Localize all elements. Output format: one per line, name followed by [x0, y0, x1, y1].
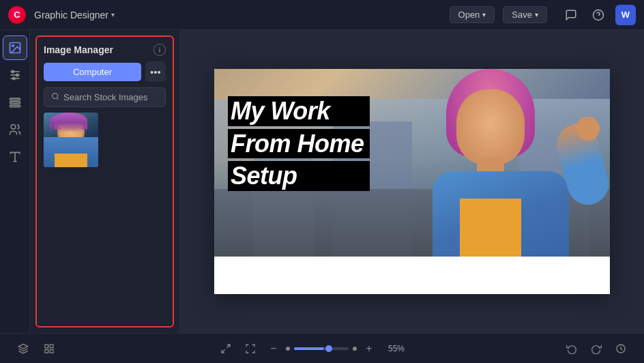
sidebar-item-images[interactable] [3, 35, 27, 60]
image-thumbnail[interactable] [44, 113, 98, 167]
design-canvas: My Work From Home Setup [214, 69, 610, 294]
help-icon-button[interactable] [588, 5, 609, 25]
svg-rect-11 [10, 102, 20, 104]
svg-point-8 [16, 74, 18, 76]
zoom-out-button[interactable]: − [265, 340, 282, 357]
undo-button[interactable] [562, 339, 581, 358]
upload-row: Computer ••• [44, 61, 166, 82]
topbar: C Graphic Designer ▾ Open ▾ Save ▾ W [0, 0, 644, 30]
user-avatar[interactable]: W [615, 5, 636, 25]
save-label: Save [512, 10, 532, 20]
open-label: Open [458, 10, 480, 20]
svg-rect-19 [45, 345, 48, 348]
svg-rect-10 [10, 98, 20, 100]
history-button[interactable] [611, 339, 630, 358]
card-text-line2: From Home [228, 129, 370, 159]
search-stock-label: Search Stock Images [63, 92, 148, 102]
svg-marker-18 [18, 344, 27, 349]
save-button[interactable]: Save ▾ [503, 6, 547, 23]
svg-line-23 [226, 345, 230, 348]
svg-point-13 [11, 125, 16, 130]
svg-point-3 [12, 45, 13, 47]
redo-button[interactable] [587, 339, 606, 358]
card-text-overlay: My Work From Home Setup [228, 96, 370, 194]
expand-icon[interactable] [216, 339, 235, 358]
svg-line-24 [222, 349, 225, 353]
bottombar-left [14, 339, 59, 358]
bottombar: − + 55% [0, 333, 644, 363]
layers-bottom-icon[interactable] [14, 339, 33, 358]
sidebar-item-adjustments[interactable] [3, 63, 27, 87]
more-options-button[interactable]: ••• [145, 61, 166, 82]
sidebar-item-layers[interactable] [3, 90, 27, 115]
chat-icon-button[interactable] [561, 5, 581, 25]
card-bottom-bar [214, 257, 610, 294]
save-chevron: ▾ [535, 11, 538, 18]
main-area: Image Manager i Computer ••• Sea [0, 30, 644, 333]
app-name-label: Graphic Designer [34, 10, 108, 20]
zoom-controls: − + [265, 340, 377, 357]
grid-bottom-icon[interactable] [40, 339, 59, 358]
image-manager-panel: Image Manager i Computer ••• Sea [30, 30, 180, 333]
zoom-slider[interactable] [294, 347, 349, 350]
image-thumbnail-grid [44, 113, 166, 167]
open-button[interactable]: Open ▾ [450, 6, 495, 23]
topbar-icons: W [561, 5, 636, 25]
avatar-label: W [621, 10, 630, 20]
app-name-menu[interactable]: Graphic Designer ▾ [34, 10, 115, 20]
app-logo[interactable]: C [8, 6, 26, 24]
bottombar-right [562, 339, 630, 358]
panel-header: Image Manager i [44, 44, 166, 56]
info-icon: i [159, 46, 160, 54]
svg-rect-21 [50, 349, 53, 353]
card-text-line1: My Work [228, 96, 370, 126]
svg-line-17 [57, 98, 58, 99]
svg-rect-20 [50, 345, 53, 348]
info-button[interactable]: i [153, 44, 166, 56]
sidebar-item-text[interactable] [3, 145, 27, 169]
thumbnail-hair [55, 113, 87, 129]
zoom-in-button[interactable]: + [361, 340, 377, 357]
open-chevron: ▾ [482, 11, 486, 18]
search-stock-button[interactable]: Search Stock Images [44, 87, 166, 107]
panel-inner: Image Manager i Computer ••• Sea [35, 35, 174, 328]
computer-button[interactable]: Computer [44, 63, 141, 81]
sidebar-item-people[interactable] [3, 117, 27, 142]
bottombar-center: − + 55% [59, 339, 562, 358]
svg-point-16 [53, 93, 58, 99]
more-icon: ••• [150, 66, 161, 78]
zoom-value: 55% [383, 344, 405, 353]
icon-bar [0, 30, 30, 333]
fit-icon[interactable] [241, 339, 260, 358]
svg-rect-12 [10, 105, 20, 107]
card-text-line3: Setup [228, 161, 370, 191]
search-icon [51, 92, 59, 102]
svg-rect-22 [45, 349, 48, 353]
thumbnail-face [59, 118, 83, 130]
svg-point-9 [12, 77, 14, 79]
canvas-area[interactable]: My Work From Home Setup [180, 30, 644, 333]
app-name-chevron: ▾ [111, 11, 115, 18]
panel-title: Image Manager [44, 44, 113, 55]
svg-point-7 [12, 70, 14, 72]
